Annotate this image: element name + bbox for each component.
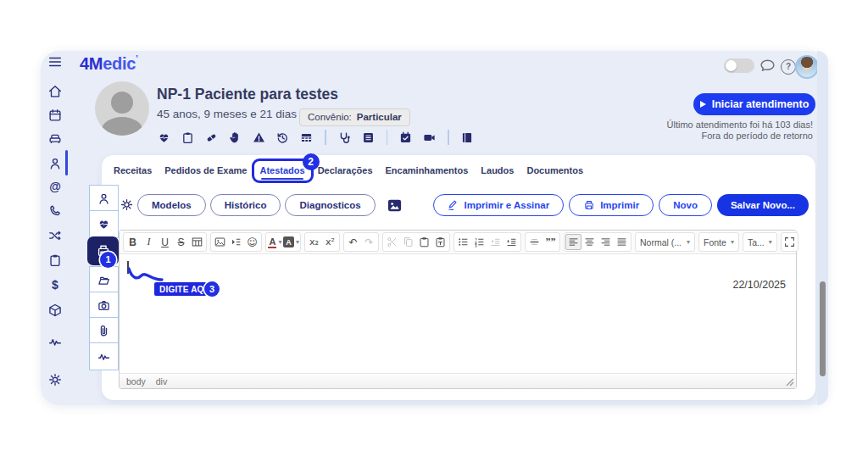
print-button[interactable]: Imprimir bbox=[569, 194, 654, 216]
numbered-list-button[interactable] bbox=[471, 234, 487, 250]
inner-tab-vitals[interactable] bbox=[89, 210, 119, 238]
user-avatar[interactable] bbox=[795, 55, 819, 79]
help-icon[interactable]: ? bbox=[781, 59, 796, 75]
underline-button[interactable]: U bbox=[157, 234, 173, 250]
inner-tab-attachments[interactable] bbox=[89, 317, 119, 345]
align-justify-button[interactable] bbox=[614, 234, 630, 250]
warning-triangle-icon[interactable] bbox=[252, 131, 266, 145]
scrollbar-thumb[interactable] bbox=[820, 281, 826, 376]
bold-button[interactable]: B bbox=[125, 234, 141, 250]
editor-content-area[interactable]: DIGITE AQUI 3 22/10/2025 bbox=[120, 254, 796, 375]
chat-icon[interactable] bbox=[760, 58, 776, 74]
subscript-button[interactable]: x₂ bbox=[306, 234, 322, 250]
reports-icon[interactable] bbox=[47, 334, 63, 349]
bg-color-button[interactable]: A▾ bbox=[283, 234, 299, 250]
tab-pedidos-de-exame[interactable]: Pedidos de Exame bbox=[164, 165, 247, 175]
table-icon[interactable] bbox=[299, 131, 314, 145]
clipboard-icon[interactable] bbox=[47, 253, 63, 268]
align-right-button[interactable] bbox=[598, 234, 614, 250]
inventory-icon[interactable] bbox=[47, 303, 63, 318]
horizontal-rule-button[interactable] bbox=[526, 234, 542, 250]
cut-button[interactable] bbox=[384, 234, 400, 250]
history-icon[interactable] bbox=[275, 131, 290, 145]
start-attendance-button[interactable]: Iniciar atendimento bbox=[693, 93, 815, 115]
home-icon[interactable] bbox=[47, 84, 63, 99]
outdent-button[interactable] bbox=[487, 234, 504, 250]
image-button[interactable] bbox=[387, 197, 403, 214]
save-new-button[interactable]: Salvar Novo... bbox=[717, 194, 809, 216]
records-list-icon[interactable] bbox=[361, 131, 376, 145]
align-center-button[interactable] bbox=[581, 234, 598, 250]
theme-toggle[interactable] bbox=[724, 58, 754, 73]
hand-icon[interactable] bbox=[228, 131, 242, 145]
printer-icon bbox=[583, 199, 595, 211]
tab-documentos[interactable]: Documentos bbox=[526, 165, 583, 175]
text-color-button[interactable]: A▾ bbox=[267, 234, 283, 250]
script-group: x₂ x² bbox=[304, 232, 340, 252]
menu-icon[interactable] bbox=[47, 54, 63, 70]
superscript-button[interactable]: x² bbox=[322, 234, 338, 250]
undo-button[interactable]: ↶ bbox=[345, 234, 361, 250]
italic-button[interactable]: I bbox=[141, 234, 157, 250]
patients-icon[interactable] bbox=[47, 156, 63, 171]
settings-icon[interactable] bbox=[47, 372, 63, 387]
maximize-editor-button[interactable] bbox=[781, 232, 798, 252]
heart-pulse-icon[interactable] bbox=[157, 131, 171, 145]
stethoscope-icon[interactable] bbox=[337, 131, 352, 145]
pill-icon[interactable] bbox=[204, 131, 219, 145]
clipboard-icon[interactable] bbox=[181, 131, 195, 145]
font-size-dropdown[interactable]: Ta...▾ bbox=[743, 232, 777, 252]
return-period-text: Fora do período de retorno bbox=[702, 131, 813, 141]
insert-image-button[interactable] bbox=[212, 234, 228, 250]
heart-pulse-icon bbox=[97, 217, 111, 231]
annotation-badge-3: 3 bbox=[204, 281, 220, 297]
tab-receitas[interactable]: Receitas bbox=[114, 165, 152, 175]
resize-handle[interactable] bbox=[786, 378, 794, 386]
history-button[interactable]: Histórico bbox=[210, 194, 281, 216]
inner-tab-photos[interactable] bbox=[89, 292, 119, 320]
insurance-badge: Convênio:Particular bbox=[299, 108, 410, 126]
align-group bbox=[564, 232, 632, 252]
paste-text-button[interactable] bbox=[432, 234, 448, 250]
bullet-list-button[interactable] bbox=[455, 234, 471, 250]
billing-icon[interactable]: $ bbox=[47, 277, 63, 292]
insert-table-button[interactable] bbox=[189, 234, 205, 250]
paste-button[interactable] bbox=[416, 234, 432, 250]
editor-status-bar: body div bbox=[120, 373, 796, 388]
waiting-room-icon[interactable] bbox=[47, 131, 63, 146]
document-date: 22/10/2025 bbox=[732, 279, 786, 291]
paragraph-format-dropdown[interactable]: Normal (...▾ bbox=[635, 232, 695, 252]
phone-icon[interactable] bbox=[47, 203, 63, 219]
video-camera-icon[interactable] bbox=[422, 131, 437, 145]
breadcrumb-body[interactable]: body bbox=[126, 376, 146, 386]
copy-button[interactable] bbox=[400, 234, 416, 250]
inner-tab-files[interactable] bbox=[89, 266, 119, 294]
divider bbox=[387, 130, 388, 145]
diagnostics-button[interactable]: Diagnosticos bbox=[285, 194, 375, 216]
print-and-sign-button[interactable]: Imprimir e Assinar bbox=[433, 194, 565, 216]
inner-tab-patient[interactable] bbox=[89, 185, 119, 213]
strikethrough-button[interactable]: S bbox=[173, 234, 189, 250]
blockquote-button[interactable]: ”” bbox=[542, 234, 559, 250]
font-dropdown[interactable]: Fonte▾ bbox=[698, 232, 739, 252]
paperclip-icon bbox=[97, 324, 111, 338]
tab-atestados[interactable]: Atestados 2 bbox=[259, 165, 304, 175]
redo-button[interactable]: ↷ bbox=[361, 234, 377, 250]
calendar-icon[interactable] bbox=[47, 108, 63, 123]
align-left-button[interactable] bbox=[565, 234, 581, 250]
models-button[interactable]: Modelos bbox=[137, 194, 206, 216]
new-button[interactable]: Novo bbox=[659, 194, 712, 216]
calendar-check-icon[interactable] bbox=[398, 131, 413, 145]
inner-tab-exams[interactable] bbox=[89, 342, 119, 370]
tab-encaminhamentos[interactable]: Encaminhamentos bbox=[386, 165, 469, 175]
tab-declaracoes[interactable]: Declarações bbox=[318, 165, 373, 175]
insert-template-button[interactable] bbox=[228, 234, 244, 250]
book-icon[interactable] bbox=[460, 131, 475, 145]
breadcrumb-div[interactable]: div bbox=[156, 376, 167, 386]
tab-laudos[interactable]: Laudos bbox=[481, 165, 514, 175]
referrals-icon[interactable] bbox=[47, 228, 63, 243]
mentions-icon[interactable]: @ bbox=[47, 179, 63, 194]
indent-button[interactable] bbox=[504, 234, 520, 250]
document-settings-icon[interactable] bbox=[120, 197, 134, 212]
emoji-button[interactable]: ☺ bbox=[244, 234, 260, 250]
